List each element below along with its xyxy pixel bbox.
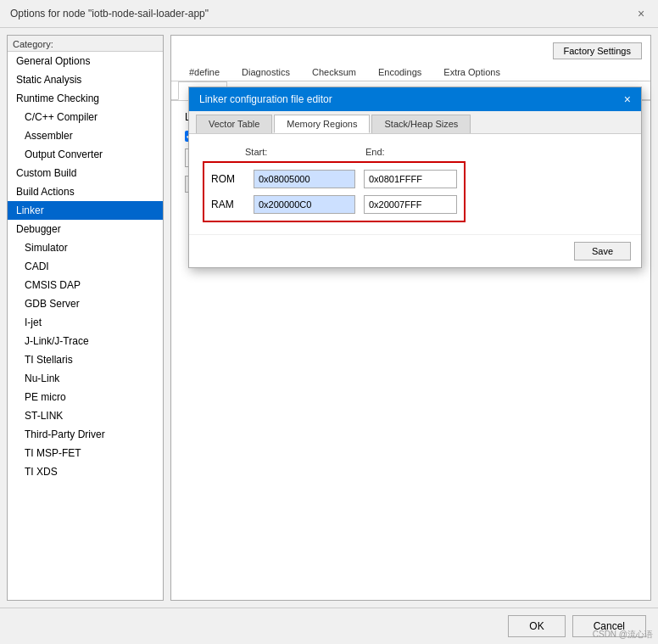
sidebar-item-cmsis-dap[interactable]: CMSIS DAP bbox=[8, 276, 163, 294]
sidebar-item-ti-msp-fet[interactable]: TI MSP-FET bbox=[8, 444, 163, 462]
tab1-checksum[interactable]: Checksum bbox=[301, 63, 367, 81]
ok-button[interactable]: OK bbox=[508, 615, 565, 637]
sidebar-item-gdb-server[interactable]: GDB Server bbox=[8, 294, 163, 313]
tabs-row-1: #defineDiagnosticsChecksumEncodingsExtra… bbox=[171, 63, 650, 81]
sidebar-item-assembler[interactable]: Assembler bbox=[8, 126, 163, 145]
factory-btn-row: Factory Settings bbox=[171, 36, 650, 63]
sub-tab-vector-table[interactable]: Vector Table bbox=[196, 115, 272, 133]
sub-body: Start: End: ROMRAM bbox=[189, 134, 641, 234]
sidebar-item-third-party-driver[interactable]: Third-Party Driver bbox=[8, 425, 163, 444]
sub-dialog-title-text: Linker configuration file editor bbox=[199, 93, 332, 105]
sidebar-item-ti-stellaris[interactable]: TI Stellaris bbox=[8, 350, 163, 369]
sidebar-item-general-options[interactable]: General Options bbox=[8, 52, 163, 70]
watermark: CSDN @流心语 bbox=[593, 629, 653, 641]
end-col-header: End: bbox=[365, 146, 467, 158]
main-content: Category: General OptionsStatic Analysis… bbox=[0, 28, 658, 608]
sidebar-item-runtime-checking[interactable]: Runtime Checking bbox=[8, 89, 163, 108]
bottom-bar: OK Cancel bbox=[0, 608, 658, 644]
memory-end-input-ram[interactable] bbox=[364, 195, 457, 214]
sub-tab-stack-heap-sizes[interactable]: Stack/Heap Sizes bbox=[371, 115, 471, 133]
start-col-header: Start: bbox=[245, 146, 355, 158]
sidebar-item-simulator[interactable]: Simulator bbox=[8, 238, 163, 257]
sidebar-item-st-link[interactable]: ST-LINK bbox=[8, 406, 163, 425]
sidebar-item-debugger[interactable]: Debugger bbox=[8, 220, 163, 238]
save-button[interactable]: Save bbox=[574, 242, 631, 260]
sidebar-item-cpp-compiler[interactable]: C/C++ Compiler bbox=[8, 108, 163, 126]
sub-dialog-close-button[interactable]: × bbox=[624, 92, 631, 106]
category-label: Category: bbox=[8, 36, 163, 52]
tab1-extra-options[interactable]: Extra Options bbox=[432, 63, 511, 81]
sidebar-item-static-analysis[interactable]: Static Analysis bbox=[8, 70, 163, 89]
sidebar-item-cadi[interactable]: CADI bbox=[8, 257, 163, 276]
tab1-define[interactable]: #define bbox=[178, 63, 231, 81]
window-close-button[interactable]: × bbox=[634, 7, 648, 20]
window-title: Options for node "iotb-node-sail-loader-… bbox=[10, 8, 209, 20]
sidebar-item-i-jet[interactable]: I-jet bbox=[8, 313, 163, 332]
memory-start-input-ram[interactable] bbox=[254, 195, 355, 214]
sidebar-item-nu-link[interactable]: Nu-Link bbox=[8, 369, 163, 388]
tab1-encodings[interactable]: Encodings bbox=[367, 63, 432, 81]
sub-tabs-row: Vector TableMemory RegionsStack/Heap Siz… bbox=[189, 111, 641, 134]
memory-table: ROMRAM bbox=[203, 161, 466, 222]
memory-row-ram: RAM bbox=[211, 195, 457, 214]
memory-row-rom: ROM bbox=[211, 170, 457, 188]
sidebar: Category: General OptionsStatic Analysis… bbox=[7, 35, 164, 601]
tab1-diagnostics[interactable]: Diagnostics bbox=[231, 63, 301, 81]
sidebar-item-jlink-jtrace[interactable]: J-Link/J-Trace bbox=[8, 332, 163, 350]
sub-save-row: Save bbox=[189, 234, 641, 267]
sidebar-item-pe-micro[interactable]: PE micro bbox=[8, 388, 163, 406]
memory-end-input-rom[interactable] bbox=[364, 170, 457, 188]
title-bar: Options for node "iotb-node-sail-loader-… bbox=[0, 0, 658, 28]
sidebar-item-ti-xds[interactable]: TI XDS bbox=[8, 462, 163, 481]
sub-dialog-overlay: Linker configuration file editor × Vecto… bbox=[188, 87, 642, 268]
sub-dialog: Linker configuration file editor × Vecto… bbox=[188, 87, 642, 268]
sidebar-item-build-actions[interactable]: Build Actions bbox=[8, 182, 163, 201]
sidebar-item-linker[interactable]: Linker bbox=[8, 201, 163, 220]
sidebar-item-custom-build[interactable]: Custom Build bbox=[8, 164, 163, 182]
memory-start-input-rom[interactable] bbox=[254, 170, 355, 188]
sub-dialog-title-bar: Linker configuration file editor × bbox=[189, 87, 641, 111]
factory-settings-button[interactable]: Factory Settings bbox=[553, 42, 642, 59]
memory-name-ram: RAM bbox=[211, 199, 254, 210]
main-dialog: Options for node "iotb-node-sail-loader-… bbox=[0, 0, 658, 644]
sub-tab-memory-regions[interactable]: Memory Regions bbox=[274, 115, 370, 133]
right-panel: Factory Settings #defineDiagnosticsCheck… bbox=[170, 35, 651, 601]
sidebar-item-output-converter[interactable]: Output Converter bbox=[8, 145, 163, 164]
memory-name-rom: ROM bbox=[211, 173, 254, 185]
